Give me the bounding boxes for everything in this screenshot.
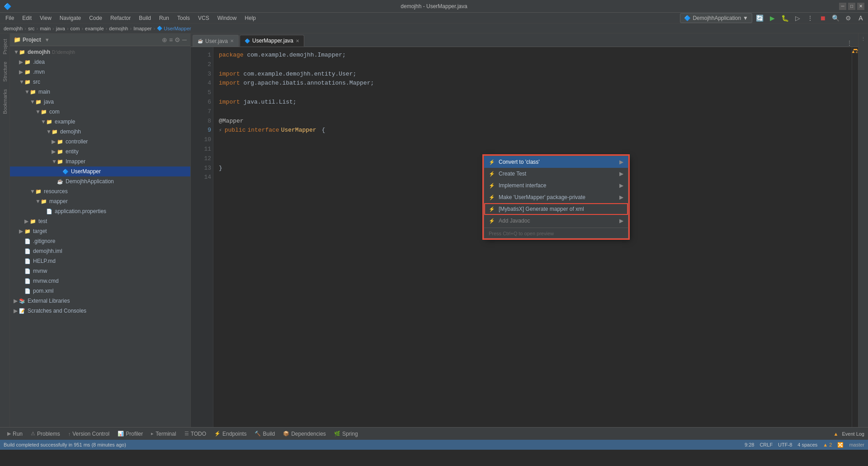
minimize-button[interactable]: ─ bbox=[839, 3, 846, 10]
bc-demojhh[interactable]: demojhh bbox=[4, 26, 23, 31]
menu-view[interactable]: View bbox=[36, 14, 55, 22]
tree-imapper[interactable]: ▼ 📁 Imapper bbox=[10, 157, 190, 166]
ctx-mybatisx[interactable]: ⚡ [MybatisX] Generate mapper of xml bbox=[484, 203, 628, 215]
maximize-button[interactable]: □ bbox=[848, 3, 855, 10]
status-warnings[interactable]: ▲ 2 bbox=[823, 442, 832, 447]
bc-src[interactable]: src bbox=[28, 26, 35, 31]
menu-navigate[interactable]: Navigate bbox=[56, 14, 85, 22]
event-log-icon[interactable]: ▲ bbox=[834, 431, 839, 437]
sidebar-bookmarks-label[interactable]: Bookmarks bbox=[1, 87, 9, 116]
tree-app-props[interactable]: 📄 application.properties bbox=[10, 206, 190, 216]
tree-scratches[interactable]: ▶ 📝 Scratches and Consoles bbox=[10, 306, 190, 316]
translate-button[interactable]: A bbox=[855, 13, 866, 24]
ctx-make-private[interactable]: ⚡ Make 'UserMapper' package-private ▶ bbox=[484, 191, 628, 203]
bc-imapper[interactable]: Imapper bbox=[133, 26, 151, 31]
bc-demojhh2[interactable]: demojhh bbox=[109, 26, 128, 31]
settings-button[interactable]: ⚙ bbox=[843, 13, 854, 24]
git-branch[interactable]: master bbox=[849, 442, 864, 447]
tab-close-user[interactable]: ✕ bbox=[230, 38, 234, 43]
bc-main[interactable]: main bbox=[40, 26, 51, 31]
more-run-button[interactable]: ⋮ bbox=[805, 13, 816, 24]
search-button[interactable]: 🔍 bbox=[830, 13, 841, 24]
run-app-button[interactable]: ▶ bbox=[767, 13, 778, 24]
bc-java[interactable]: java bbox=[56, 26, 65, 31]
tab-user-java[interactable]: ☕ User.java ✕ bbox=[193, 35, 239, 47]
tree-mvn[interactable]: ▶ 📁 .mvn bbox=[10, 67, 190, 77]
tree-pom[interactable]: 📄 pom.xml bbox=[10, 286, 190, 296]
status-indent[interactable]: 4 spaces bbox=[797, 442, 817, 447]
tree-src[interactable]: ▼ 📁 src bbox=[10, 77, 190, 87]
sidebar-structure-label[interactable]: Structure bbox=[1, 60, 9, 84]
tree-help[interactable]: 📄 HELP.md bbox=[10, 256, 190, 266]
tree-com[interactable]: ▼ 📁 com bbox=[10, 107, 190, 117]
tree-ext-libs[interactable]: ▶ 📚 External Libraries bbox=[10, 296, 190, 306]
sync-button[interactable]: 🔄 bbox=[754, 13, 765, 24]
menu-tools[interactable]: Tools bbox=[174, 14, 193, 22]
tree-test[interactable]: ▶ 📁 test bbox=[10, 216, 190, 226]
tree-gitignore[interactable]: 📄 .gitignore bbox=[10, 236, 190, 246]
tree-iml[interactable]: 📄 demojhh.iml bbox=[10, 246, 190, 256]
bc-example[interactable]: example bbox=[85, 26, 104, 31]
tree-mvnw-cmd[interactable]: 📄 mvnw.cmd bbox=[10, 276, 190, 286]
bottom-tab-dependencies[interactable]: 📦 Dependencies bbox=[279, 429, 330, 438]
status-crlf[interactable]: CRLF bbox=[760, 442, 773, 447]
tab-close-usermapper[interactable]: ✕ bbox=[296, 38, 299, 43]
tree-example[interactable]: ▼ 📁 example bbox=[10, 117, 190, 127]
bottom-tab-run[interactable]: ▶ Run bbox=[4, 429, 26, 438]
event-log-label[interactable]: Event Log bbox=[842, 431, 864, 437]
bottom-tab-profiler[interactable]: 📊 Profiler bbox=[114, 429, 146, 438]
right-icon-1[interactable]: ⋮ bbox=[860, 35, 867, 43]
app-selector[interactable]: 🔷 DemojhhApplication ▼ bbox=[680, 13, 752, 23]
bottom-tab-version-control[interactable]: ↑ Version Control bbox=[65, 429, 113, 438]
menu-build[interactable]: Build bbox=[135, 14, 155, 22]
bottom-tab-todo[interactable]: ☰ TODO bbox=[181, 429, 210, 438]
tree-root[interactable]: ▼ 📁 demojhh D:\demojhh bbox=[10, 47, 190, 57]
bottom-tab-endpoints[interactable]: ⚡ Endpoints bbox=[211, 429, 250, 438]
bc-com[interactable]: com bbox=[71, 26, 80, 31]
menu-help[interactable]: Help bbox=[241, 14, 259, 22]
bottom-tab-terminal[interactable]: ▸ Terminal bbox=[147, 429, 179, 438]
ctx-create-test[interactable]: ⚡ Create Test ▶ bbox=[484, 168, 628, 180]
settings-icon-proj[interactable]: ⚙ bbox=[175, 36, 180, 43]
bc-usermapper[interactable]: 🔷 UserMapper bbox=[157, 26, 191, 31]
bottom-tab-build[interactable]: 🔨 Build bbox=[251, 429, 278, 438]
arrow-mapper: ▼ bbox=[35, 198, 41, 204]
tree-demojhh-app[interactable]: ☕ DemojhhApplication bbox=[10, 176, 190, 186]
bottom-tab-problems[interactable]: ⚠ Problems bbox=[27, 429, 64, 438]
tree-demojhh-folder[interactable]: ▼ 📁 demojhh bbox=[10, 127, 190, 137]
menu-edit[interactable]: Edit bbox=[19, 14, 35, 22]
tree-controller[interactable]: ▶ 📁 controller bbox=[10, 137, 190, 147]
minimize-panel-icon[interactable]: ─ bbox=[182, 36, 187, 43]
menu-refactor[interactable]: Refactor bbox=[107, 14, 134, 22]
status-pos[interactable]: 9:28 bbox=[745, 442, 754, 447]
tab-more-icon[interactable]: ⋮ bbox=[846, 39, 853, 47]
stop-button[interactable]: ⏹ bbox=[817, 13, 828, 24]
menu-run[interactable]: Run bbox=[156, 14, 173, 22]
tree-idea[interactable]: ▶ 📁 .idea bbox=[10, 57, 190, 67]
tree-entity[interactable]: ▶ 📁 entity bbox=[10, 147, 190, 157]
tree-java[interactable]: ▼ 📁 java bbox=[10, 97, 190, 107]
ctx-convert-class[interactable]: ⚡ Convert to 'class' ▶ bbox=[484, 156, 628, 168]
menu-window[interactable]: Window bbox=[214, 14, 241, 22]
menu-code[interactable]: Code bbox=[85, 14, 106, 22]
tab-usermapper-java[interactable]: 🔷 UserMapper.java ✕ bbox=[240, 35, 304, 47]
tree-resources[interactable]: ▼ 📁 resources bbox=[10, 186, 190, 196]
sidebar-project-label[interactable]: Project bbox=[1, 37, 9, 56]
close-button[interactable]: ✕ bbox=[857, 3, 864, 10]
tree-mvnw[interactable]: 📄 mvnw bbox=[10, 266, 190, 276]
ctx-add-javadoc[interactable]: ⚡ Add Javadoc ▶ bbox=[484, 215, 628, 227]
status-charset[interactable]: UTF-8 bbox=[778, 442, 792, 447]
ctx-implement-iface[interactable]: ⚡ Implement interface ▶ bbox=[484, 180, 628, 191]
tree-main[interactable]: ▼ 📁 main bbox=[10, 87, 190, 97]
tree-mapper[interactable]: ▼ 📁 mapper bbox=[10, 196, 190, 206]
project-dropdown[interactable]: ▼ bbox=[45, 37, 50, 43]
debug-button[interactable]: 🐛 bbox=[779, 13, 790, 24]
menu-file[interactable]: File bbox=[2, 14, 18, 22]
bottom-tab-spring[interactable]: 🌿 Spring bbox=[330, 429, 362, 438]
collapse-icon[interactable]: ≡ bbox=[169, 36, 173, 43]
menu-vcs[interactable]: VCS bbox=[194, 14, 213, 22]
locate-icon[interactable]: ⊕ bbox=[162, 36, 167, 43]
tree-usermapper[interactable]: 🔷 UserMapper bbox=[10, 166, 190, 176]
tree-target[interactable]: ▶ 📁 target bbox=[10, 226, 190, 236]
coverage-button[interactable]: ▷ bbox=[792, 13, 803, 24]
